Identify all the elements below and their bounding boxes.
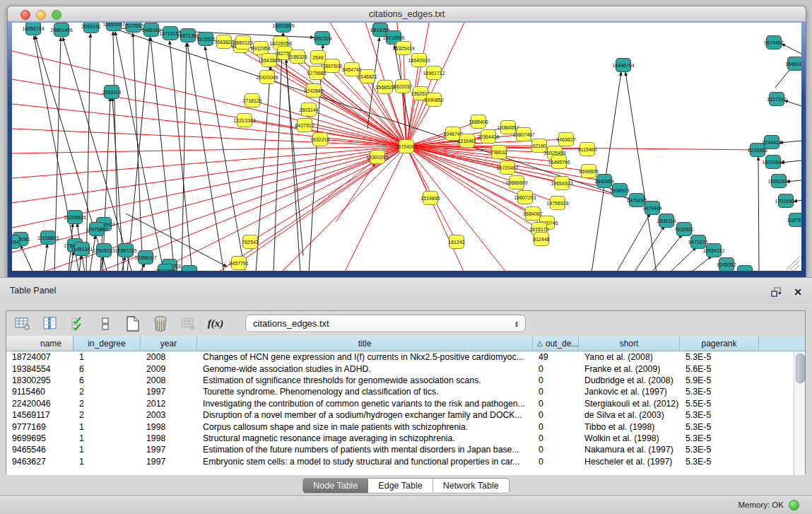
graph-node[interactable]: 2053114 [102, 86, 122, 99]
graph-node[interactable]: 10653267 [102, 23, 124, 31]
graph-node[interactable]: 12505133 [93, 244, 114, 257]
graph-node[interactable]: 9115460 [578, 143, 597, 156]
table-row[interactable]: 977716911998Corpus callosum shape and si… [6, 421, 805, 432]
graph-node[interactable]: 17957235 [114, 244, 136, 257]
graph-node[interactable]: 19756928 [546, 197, 568, 210]
graph-node[interactable]: 1167531 [787, 214, 801, 227]
vertical-scrollbar[interactable] [794, 351, 805, 475]
graph-node[interactable]: 812448 [533, 233, 549, 246]
graph-node[interactable]: 16446794 [612, 59, 634, 72]
network-canvas[interactable]: 1405572420891406209314110653267152760264… [12, 23, 801, 271]
citation-network-graph[interactable]: 1405572420891406209314110653267152760264… [12, 23, 801, 271]
graph-node[interactable]: 1227347 [767, 93, 786, 106]
table-select-dropdown[interactable]: citations_edges.txt ▲▼ [245, 315, 526, 332]
graph-node[interactable]: 17016504 [775, 194, 796, 208]
graph-node[interactable]: 9242848 [304, 84, 323, 98]
graph-node[interactable]: 18807293 [514, 191, 536, 204]
graph-node[interactable]: 2546 [311, 51, 326, 64]
graph-node[interactable]: 1568520 [375, 81, 394, 94]
window-titlebar[interactable]: citations_edges.txt [7, 6, 806, 23]
graph-node[interactable]: 9474444 [642, 201, 661, 215]
column-header-short[interactable]: short [579, 336, 680, 351]
graph-node[interactable]: 9574452 [764, 36, 783, 49]
graph-node[interactable]: 161243 [448, 235, 464, 249]
delete-column-icon[interactable] [153, 316, 168, 332]
graph-node[interactable]: 1646312 [785, 57, 801, 71]
graph-node[interactable]: 12213343 [233, 114, 255, 127]
graph-node[interactable]: 798632 [490, 146, 507, 159]
graph-node[interactable]: 20364436 [477, 130, 499, 144]
graph-node[interactable]: 9275685 [307, 66, 326, 80]
graph-node[interactable]: 9245052 [717, 258, 736, 271]
graph-node[interactable]: 18640910 [408, 54, 430, 67]
function-builder-icon[interactable]: f(x) [208, 316, 223, 332]
graph-node[interactable]: 10688609 [505, 176, 527, 189]
graph-node[interactable]: 1316461 [457, 134, 476, 148]
graph-node[interactable]: 8822037 [393, 80, 412, 93]
graph-node[interactable]: 10358107 [134, 251, 156, 264]
graph-node[interactable]: 16961712 [423, 66, 445, 80]
graph-node[interactable]: 2935114 [657, 214, 676, 228]
show-columns-icon[interactable] [42, 316, 58, 332]
graph-node[interactable]: 8471676 [688, 235, 707, 249]
tab-network-table[interactable]: Network Table [433, 479, 509, 493]
tab-edge-table[interactable]: Edge Table [368, 479, 433, 493]
row-height-icon[interactable] [98, 316, 113, 332]
tab-node-table[interactable]: Node Table [303, 479, 368, 493]
graph-node[interactable]: 5938923 [610, 184, 629, 197]
graph-node[interactable]: 1527602 [124, 23, 143, 33]
select-columns-icon[interactable] [70, 316, 86, 332]
graph-node[interactable]: 1868406 [469, 115, 488, 129]
graph-node[interactable]: 16033809 [272, 23, 294, 33]
graph-node[interactable]: 8990852 [424, 93, 443, 107]
column-header-title[interactable]: title [197, 336, 533, 351]
graph-node[interactable]: 11156803 [37, 231, 59, 245]
graph-node[interactable]: 8860123 [233, 36, 252, 49]
float-panel-icon[interactable] [768, 284, 784, 300]
resize-grip-icon[interactable] [791, 261, 799, 269]
column-header-name[interactable]: name [6, 336, 73, 351]
graph-node[interactable]: 1640954 [594, 175, 613, 188]
graph-node[interactable]: 92450 [738, 266, 753, 271]
table-row[interactable]: 1938455462009Genome-wide association stu… [6, 363, 805, 374]
graph-node[interactable]: 7632621 [674, 223, 693, 236]
graph-node[interactable]: 8427512 [295, 119, 314, 132]
graph-node[interactable]: 9699695 [579, 165, 598, 178]
graph-node[interactable]: 9457791 [229, 257, 248, 270]
close-panel-icon[interactable]: ✕ [794, 286, 802, 298]
graph-node[interactable]: 2520365 [155, 264, 175, 271]
table-options-icon[interactable] [15, 316, 30, 332]
table-row[interactable]: 946362711997Embryonic stem cells: a mode… [6, 456, 805, 467]
column-header-year[interactable]: year [141, 336, 197, 351]
graph-node[interactable]: 6466160 [141, 23, 160, 37]
graph-node[interactable]: 2093141 [81, 23, 100, 33]
graph-node[interactable]: 16210643 [762, 156, 784, 169]
graph-node[interactable]: 20206535 [64, 211, 86, 224]
graph-node[interactable]: 20891406 [50, 23, 72, 37]
graph-node[interactable]: 9146821 [358, 70, 377, 83]
graph-node[interactable]: 7515526 [196, 33, 215, 46]
graph-node[interactable]: 7857224 [312, 32, 331, 45]
table-row[interactable]: 969969511998Structural magnetic resonanc… [6, 433, 805, 444]
table-row[interactable]: 946554611997Estimation of the future num… [6, 444, 805, 455]
graph-node[interactable]: 39154 [12, 235, 20, 249]
graph-node[interactable]: 9632216 [310, 133, 329, 146]
graph-node[interactable]: 8912954 [251, 42, 270, 55]
graph-node[interactable]: 2803144 [299, 103, 318, 117]
scrollbar-thumb[interactable] [796, 354, 805, 383]
graph-node[interactable]: 19654923 [551, 177, 572, 190]
memory-status-icon[interactable] [789, 500, 799, 510]
column-header-in_degree[interactable]: in_degree [73, 336, 141, 351]
column-header-out_de[interactable]: △out_de... [533, 336, 579, 351]
table-row[interactable]: 1830029562008Estimation of significance … [6, 375, 805, 386]
graph-node[interactable]: 762543 [242, 235, 258, 249]
graph-node[interactable]: 9463627 [556, 133, 575, 146]
table-row[interactable]: 1872400712008Changes of HCN gene express… [6, 351, 805, 363]
graph-node[interactable]: 10654112 [703, 244, 725, 257]
table-row[interactable]: 2242004622012Investigating the contribut… [6, 398, 805, 409]
table-row[interactable]: 1456911722003Disruption of a novel membe… [6, 409, 805, 421]
graph-node[interactable]: 8186328 [288, 50, 307, 64]
graph-node[interactable]: 11451341 [71, 243, 93, 256]
graph-node[interactable]: 1514845 [420, 192, 440, 205]
new-column-icon[interactable] [125, 316, 141, 332]
